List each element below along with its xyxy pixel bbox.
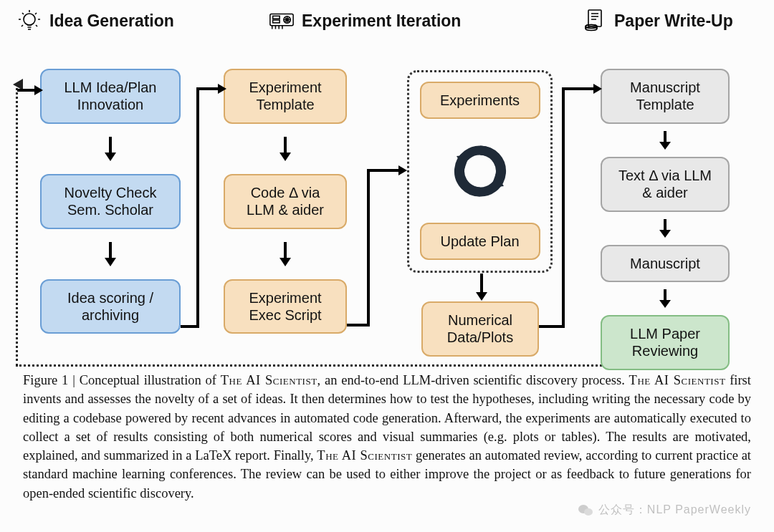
arrow-loop-to-data: [474, 274, 489, 301]
svg-point-33: [584, 508, 593, 516]
svg-marker-8: [13, 79, 23, 90]
caption-text-1: Conceptual illustration of: [80, 373, 221, 387]
header-experiment-iteration: Experiment Iteration: [236, 7, 559, 34]
header-idea-generation: Idea Generation: [16, 7, 236, 34]
arrow-down-icon: [102, 242, 118, 266]
diagram-canvas: LLM Idea/Plan Innovation Novelty Check S…: [9, 40, 765, 354]
feedback-loop-arrowhead: [13, 79, 27, 93]
caption-sc-3: The AI Scientist: [317, 448, 412, 463]
node-idea-plan: LLM Idea/Plan Innovation: [40, 69, 181, 124]
caption-text-2: , an end-to-end LLM-driven scientific di…: [317, 373, 629, 387]
svg-marker-14: [280, 153, 291, 161]
node-manuscript-template: Manuscript Template: [601, 69, 730, 124]
node-idea-scoring: Idea scoring / archiving: [40, 279, 181, 334]
svg-marker-16: [280, 258, 291, 266]
arrow-down-icon: [657, 289, 673, 308]
experiment-output: Numerical Data/Plots: [421, 301, 539, 357]
node-manuscript: Manuscript: [601, 245, 730, 282]
papers-icon: [580, 7, 608, 34]
node-code-delta: Code Δ via LLM & aider: [224, 174, 347, 229]
arrow-col1-to-col2: [181, 79, 228, 335]
arrow-down-icon: [657, 219, 673, 238]
node-numerical-data: Numerical Data/Plots: [421, 301, 539, 357]
arrow-down-icon: [277, 137, 293, 161]
caption-label: Figure 1: [23, 373, 68, 387]
svg-rect-3: [273, 16, 280, 19]
watermark-name: NLP PaperWeekly: [647, 503, 751, 516]
svg-marker-12: [105, 258, 116, 266]
svg-marker-22: [659, 142, 671, 150]
node-exec-script: Experiment Exec Script: [224, 279, 347, 334]
arrow-col2-to-col3: [347, 162, 408, 334]
watermark: 公众号：NLP PaperWeekly: [577, 502, 751, 519]
paper-column: Manuscript Template Text Δ via LLM & aid…: [601, 69, 730, 370]
gpu-icon: [268, 7, 295, 34]
node-text-delta: Text Δ via LLM & aider: [601, 157, 730, 212]
caption-sc-1: The AI Scientist: [221, 373, 317, 387]
svg-marker-24: [659, 230, 671, 238]
svg-point-0: [24, 14, 35, 25]
header-experiment-label: Experiment Iteration: [302, 11, 461, 31]
node-novelty-check: Novelty Check Sem. Scholar: [40, 174, 181, 229]
experiment-loop-box: Experiments Update Plan: [407, 70, 553, 273]
wechat-icon: [577, 502, 594, 519]
svg-rect-5: [588, 10, 601, 26]
arrow-down-icon: [277, 242, 293, 266]
caption-sep: |: [68, 373, 79, 387]
lightbulb-icon: [16, 7, 43, 34]
header-paper-label: Paper Write-Up: [614, 11, 733, 31]
header-idea-label: Idea Generation: [49, 11, 174, 31]
arrow-down-icon: [657, 131, 673, 150]
section-headers: Idea Generation Experiment Iteration: [9, 7, 765, 40]
watermark-prefix: 公众号：: [598, 503, 647, 516]
node-paper-reviewing: LLM Paper Reviewing: [601, 315, 730, 370]
svg-marker-20: [476, 292, 487, 301]
header-paper-writeup: Paper Write-Up: [559, 7, 758, 34]
svg-point-32: [578, 505, 588, 513]
node-update-plan: Update Plan: [420, 223, 540, 260]
svg-rect-4: [273, 20, 280, 23]
node-experiment-template: Experiment Template: [224, 69, 347, 124]
svg-marker-26: [659, 300, 671, 308]
svg-marker-10: [105, 153, 116, 161]
cycle-icon: [448, 139, 512, 203]
caption-sc-2: The AI Scientist: [629, 373, 726, 387]
experiment-column: Experiment Template Code Δ via LLM & aid…: [224, 69, 347, 334]
idea-generation-column: LLM Idea/Plan Innovation Novelty Check S…: [40, 69, 181, 334]
node-experiments: Experiments: [420, 82, 540, 119]
figure-caption: Figure 1 | Conceptual illustration of Th…: [9, 354, 765, 503]
svg-marker-30: [398, 165, 407, 175]
arrow-down-icon: [102, 137, 118, 161]
